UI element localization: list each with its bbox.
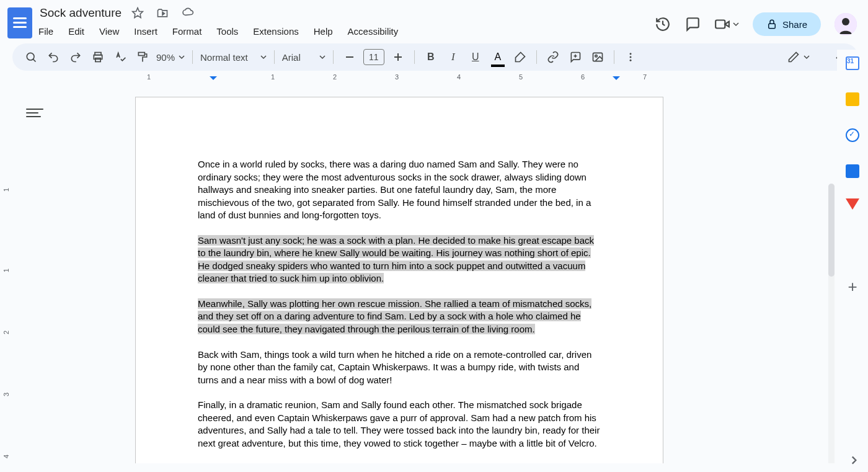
ruler-num: 2	[2, 331, 10, 334]
history-icon[interactable]	[655, 16, 671, 32]
toolbar: 90% Normal text Arial 11 B I U A	[12, 43, 858, 71]
hide-side-panel-button[interactable]	[848, 455, 859, 466]
paragraph[interactable]: Back with Sam, things took a wild turn w…	[198, 349, 601, 387]
italic-button[interactable]: I	[445, 48, 462, 66]
svg-point-18	[595, 55, 597, 57]
pencil-icon	[787, 51, 800, 63]
text-color-button[interactable]: A	[489, 48, 507, 66]
editing-mode-button[interactable]	[782, 48, 815, 66]
paragraph[interactable]: Finally, in a dramatic reunion, Sam and …	[198, 399, 601, 450]
font-select[interactable]: Arial	[282, 52, 326, 63]
ruler-num: 6	[581, 73, 585, 81]
star-icon[interactable]	[131, 7, 144, 19]
more-tools-button[interactable]	[622, 48, 639, 66]
comments-icon[interactable]	[684, 16, 701, 32]
print-icon[interactable]	[89, 48, 107, 66]
spellcheck-icon[interactable]	[112, 48, 129, 66]
horizontal-ruler[interactable]: 1 1 2 3 4 5 6 7	[15, 73, 868, 84]
keep-icon[interactable]	[844, 91, 861, 108]
maps-icon[interactable]	[844, 198, 861, 216]
font-value: Arial	[282, 52, 301, 63]
lock-icon	[766, 19, 777, 30]
get-addons-button[interactable]: +	[844, 278, 861, 295]
ruler-num: 3	[395, 73, 399, 81]
svg-point-6	[27, 53, 34, 60]
font-size-decrease[interactable]	[341, 48, 358, 66]
font-size-input[interactable]: 11	[363, 49, 384, 65]
side-panel: 31 +	[837, 50, 868, 472]
svg-line-7	[33, 59, 35, 61]
insert-link-button[interactable]	[544, 48, 562, 66]
left-indent-marker[interactable]	[210, 76, 217, 80]
right-indent-marker[interactable]	[613, 76, 620, 80]
paragraph[interactable]: Once in a world ruled by socks, there wa…	[198, 158, 601, 222]
ruler-num: 1	[271, 73, 275, 81]
paragraph-style-select[interactable]: Normal text	[200, 52, 267, 63]
menu-format[interactable]: Format	[172, 26, 202, 37]
ruler-num: 2	[333, 73, 337, 81]
share-label: Share	[782, 19, 807, 30]
insert-image-button[interactable]	[589, 48, 606, 66]
paragraph-selected[interactable]: Meanwhile, Sally was plotting her own re…	[198, 298, 601, 336]
menu-bar: File Edit View Insert Format Tools Exten…	[38, 26, 398, 37]
chevron-down-icon	[179, 54, 185, 60]
svg-rect-11	[138, 53, 144, 56]
bold-button[interactable]: B	[422, 48, 440, 66]
tasks-icon[interactable]	[844, 127, 861, 144]
titlebar: Sock adventure File Edit View Insert For…	[0, 0, 868, 38]
menu-tools[interactable]: Tools	[216, 26, 238, 37]
vertical-ruler[interactable]: 1 1 2 3 4	[2, 190, 15, 463]
menu-view[interactable]: View	[99, 26, 119, 37]
svg-marker-0	[133, 8, 143, 18]
ruler-num: 1	[2, 269, 10, 272]
menu-edit[interactable]: Edit	[68, 26, 84, 37]
chevron-down-icon	[804, 54, 810, 60]
ruler-num: 1	[2, 188, 10, 192]
zoom-select[interactable]: 90%	[156, 52, 185, 63]
undo-icon[interactable]	[45, 48, 62, 66]
svg-rect-14	[397, 53, 399, 61]
svg-point-19	[629, 53, 631, 55]
highlight-button[interactable]	[512, 48, 529, 66]
ruler-num: 1	[147, 73, 151, 81]
paragraph-style-value: Normal text	[200, 52, 248, 63]
redo-icon[interactable]	[67, 48, 84, 66]
ruler-num: 5	[519, 73, 523, 81]
document-page[interactable]: Once in a world ruled by socks, there wa…	[135, 97, 663, 463]
menu-file[interactable]: File	[38, 26, 53, 37]
cloud-status-icon[interactable]	[181, 7, 195, 19]
selected-text: Meanwhile, Sally was plotting her own re…	[198, 298, 591, 334]
paint-format-icon[interactable]	[134, 48, 151, 66]
svg-point-21	[629, 60, 631, 61]
menu-help[interactable]: Help	[314, 26, 333, 37]
account-avatar[interactable]	[835, 13, 857, 35]
share-button[interactable]: Share	[753, 12, 821, 36]
paragraph-selected[interactable]: Sam wasn't just any sock; he was a sock …	[198, 234, 601, 285]
add-comment-button[interactable]	[567, 48, 584, 66]
menu-accessibility[interactable]: Accessibility	[348, 26, 399, 37]
ruler-num: 4	[2, 455, 10, 458]
chevron-down-icon	[733, 21, 739, 27]
contacts-icon[interactable]	[844, 163, 861, 180]
vertical-scrollbar[interactable]	[828, 184, 835, 463]
meet-icon[interactable]	[714, 16, 739, 32]
svg-rect-12	[346, 56, 353, 58]
search-menus-icon[interactable]	[22, 48, 40, 66]
ruler-num: 4	[457, 73, 461, 81]
menu-extensions[interactable]: Extensions	[253, 26, 298, 37]
selected-text: Sam wasn't just any sock; he was a sock …	[198, 235, 594, 284]
menu-insert[interactable]: Insert	[134, 26, 157, 37]
show-document-outline-button[interactable]	[25, 103, 45, 123]
docs-app-icon[interactable]	[7, 7, 32, 38]
scrollbar-thumb[interactable]	[828, 184, 835, 277]
chevron-down-icon	[319, 54, 326, 60]
svg-rect-3	[769, 24, 776, 29]
font-size-increase[interactable]	[389, 48, 407, 66]
calendar-icon[interactable]: 31	[844, 55, 861, 72]
svg-rect-1	[715, 20, 725, 29]
move-icon[interactable]	[156, 7, 169, 19]
ruler-num: 3	[2, 393, 10, 396]
underline-button[interactable]: U	[467, 48, 484, 66]
ruler-num: 7	[643, 73, 647, 81]
document-title[interactable]: Sock adventure	[38, 5, 123, 21]
